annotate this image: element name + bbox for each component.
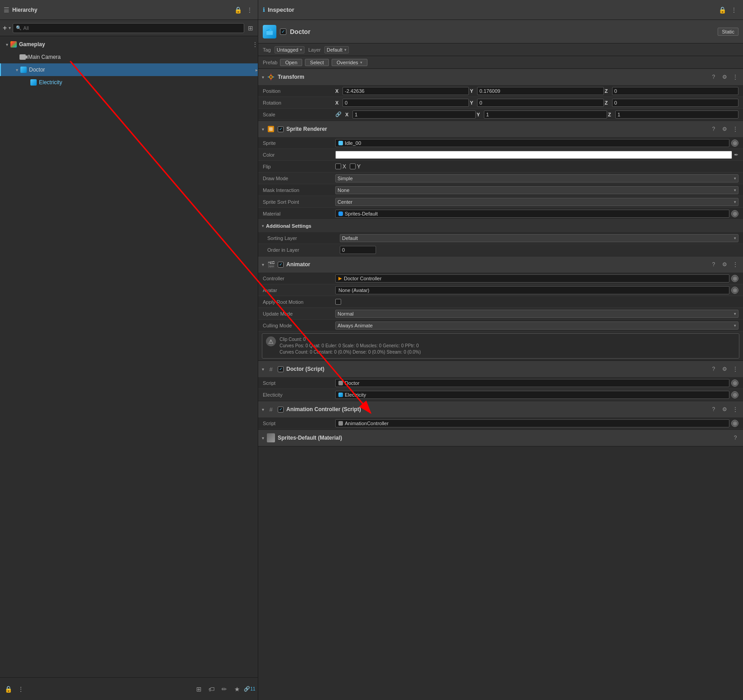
more2-icon[interactable]: ⋮ bbox=[16, 685, 25, 694]
mask-interaction-dropdown[interactable]: None ▾ bbox=[335, 186, 738, 194]
expand-arrow-doctor[interactable]: ▾ bbox=[14, 67, 20, 73]
doctor-script-expand-arrow[interactable]: ▾ bbox=[262, 367, 264, 372]
object-active-checkbox[interactable]: ✓ bbox=[280, 29, 286, 35]
flip-x-checkbox[interactable] bbox=[335, 163, 341, 169]
animator-help-icon[interactable]: ? bbox=[709, 260, 718, 268]
pos-y-input[interactable] bbox=[477, 87, 603, 95]
sprites-help-icon[interactable]: ? bbox=[731, 434, 739, 442]
sprite-renderer-checkbox[interactable]: ✓ bbox=[278, 126, 284, 132]
star-icon[interactable]: ★ bbox=[232, 685, 241, 694]
transform-settings-icon[interactable]: ⚙ bbox=[720, 73, 729, 81]
add-icon[interactable]: + bbox=[3, 24, 7, 32]
more-icon[interactable]: ⋮ bbox=[245, 5, 254, 14]
link-icon[interactable]: 🔗11 bbox=[245, 685, 254, 694]
anim-controller-expand-arrow[interactable]: ▾ bbox=[262, 407, 264, 412]
scale-y-input[interactable] bbox=[484, 110, 607, 119]
scale-z-input[interactable] bbox=[615, 110, 738, 119]
prefab-open-button[interactable]: Open bbox=[280, 59, 302, 66]
lock-scale-icon[interactable]: 🔗 bbox=[335, 111, 342, 117]
animator-expand-arrow[interactable]: ▾ bbox=[262, 262, 264, 267]
draw-mode-dropdown[interactable]: Simple ▾ bbox=[335, 174, 738, 182]
tree-item-doctor[interactable]: ▾ Doctor ▸ bbox=[0, 63, 258, 76]
sprite-renderer-header[interactable]: ▾ ✓ Sprite Renderer ? ⚙ ⋮ bbox=[258, 121, 743, 137]
static-button[interactable]: Static bbox=[718, 28, 738, 36]
sprite-help-icon[interactable]: ? bbox=[709, 125, 718, 133]
anim-more-icon[interactable]: ⋮ bbox=[731, 405, 739, 413]
tag2-icon[interactable]: 🏷 bbox=[207, 685, 216, 694]
doctor-script-picker-button[interactable]: ◎ bbox=[731, 379, 738, 387]
sprite-sort-dropdown[interactable]: Center ▾ bbox=[335, 198, 738, 206]
doctor-script-help-icon[interactable]: ? bbox=[709, 365, 718, 373]
animator-settings-icon[interactable]: ⚙ bbox=[720, 260, 729, 268]
controller-picker-button[interactable]: ◎ bbox=[731, 275, 738, 282]
transform-expand-arrow[interactable]: ▾ bbox=[262, 75, 264, 80]
scene-view-icon[interactable]: ⊞ bbox=[246, 24, 255, 33]
tree-item-main-camera[interactable]: ▸ Main Camera bbox=[0, 51, 258, 63]
anim-controller-checkbox[interactable]: ✓ bbox=[278, 407, 284, 412]
material-picker-button[interactable]: ◎ bbox=[731, 210, 738, 217]
expand-doctor-icon[interactable]: ▸ bbox=[256, 67, 258, 72]
apply-root-motion-checkbox[interactable] bbox=[335, 299, 341, 305]
electicity-picker-button[interactable]: ◎ bbox=[731, 391, 738, 398]
anim-controller-asset-field[interactable]: AnimationController bbox=[335, 419, 729, 427]
paint-icon[interactable]: ✏ bbox=[220, 685, 229, 694]
controller-asset-field[interactable]: ▶ Doctor Controller bbox=[335, 274, 729, 283]
update-mode-dropdown[interactable]: Normal ▾ bbox=[335, 310, 738, 318]
anim-settings-icon[interactable]: ⚙ bbox=[720, 405, 729, 413]
expand2-icon[interactable]: ⊞ bbox=[194, 685, 203, 694]
avatar-asset-field[interactable]: None (Avatar) bbox=[335, 286, 729, 294]
doctor-script-more-icon[interactable]: ⋮ bbox=[731, 365, 739, 373]
transform-help-icon[interactable]: ? bbox=[709, 73, 718, 81]
anim-help-icon[interactable]: ? bbox=[709, 405, 718, 413]
flip-y-checkbox[interactable] bbox=[350, 163, 356, 169]
sprite-picker-button[interactable]: ◎ bbox=[731, 139, 738, 147]
doctor-script-asset-field[interactable]: Doctor bbox=[335, 379, 729, 387]
rot-x-input[interactable] bbox=[343, 99, 469, 107]
additional-settings-arrow[interactable]: ▾ bbox=[262, 224, 264, 228]
more-inspector-icon[interactable]: ⋮ bbox=[729, 5, 738, 14]
sprite-expand-arrow[interactable]: ▾ bbox=[262, 127, 264, 132]
doctor-script-checkbox[interactable]: ✓ bbox=[278, 366, 284, 372]
prefab-select-button[interactable]: Select bbox=[305, 59, 329, 66]
transform-more-icon[interactable]: ⋮ bbox=[731, 73, 739, 81]
add-dropdown-icon[interactable]: ▾ bbox=[9, 25, 11, 30]
prefab-overrides-button[interactable]: Overrides▾ bbox=[332, 59, 367, 66]
lock-inspector-icon[interactable]: 🔒 bbox=[718, 5, 727, 14]
scale-x-input[interactable] bbox=[352, 110, 476, 119]
animator-header[interactable]: ▾ 🎬 ✓ Animator ? ⚙ ⋮ bbox=[258, 256, 743, 273]
transform-header[interactable]: ▾ Transform ? ⚙ ⋮ bbox=[258, 69, 743, 85]
lock2-icon[interactable]: 🔒 bbox=[4, 685, 13, 694]
more-gameplay-icon[interactable]: ⋮ bbox=[252, 41, 258, 48]
electicity-asset-field[interactable]: Electricity bbox=[335, 391, 729, 399]
sprite-asset-field[interactable]: Idle_00 bbox=[335, 139, 729, 147]
doctor-script-header[interactable]: ▾ # ✓ Doctor (Script) ? ⚙ ⋮ bbox=[258, 361, 743, 377]
doctor-script-settings-icon[interactable]: ⚙ bbox=[720, 365, 729, 373]
color-swatch[interactable] bbox=[335, 151, 732, 159]
search-input[interactable] bbox=[23, 25, 241, 31]
rot-y-input[interactable] bbox=[477, 99, 603, 107]
sprite-more-icon[interactable]: ⋮ bbox=[731, 125, 739, 133]
avatar-picker-button[interactable]: ◎ bbox=[731, 287, 738, 294]
eyedropper-icon[interactable]: ✒ bbox=[734, 152, 738, 158]
tag-dropdown[interactable]: Untagged ▾ bbox=[275, 46, 305, 53]
additional-settings-header[interactable]: ▾ Additional Settings bbox=[258, 220, 743, 232]
animator-checkbox[interactable]: ✓ bbox=[278, 262, 284, 268]
expand-arrow-gameplay[interactable]: ▾ bbox=[4, 41, 10, 48]
animator-more-icon[interactable]: ⋮ bbox=[731, 260, 739, 268]
culling-mode-dropdown[interactable]: Always Animate ▾ bbox=[335, 321, 738, 330]
sorting-layer-dropdown[interactable]: Default ▾ bbox=[340, 234, 738, 242]
tree-item-electricity[interactable]: ▸ Electricity bbox=[0, 76, 258, 89]
sprite-settings-icon[interactable]: ⚙ bbox=[720, 125, 729, 133]
lock-icon[interactable]: 🔒 bbox=[233, 5, 242, 14]
pos-x-input[interactable] bbox=[343, 87, 469, 95]
sprites-expand-arrow[interactable]: ▾ bbox=[262, 436, 264, 441]
pos-z-input[interactable] bbox=[612, 87, 738, 95]
rot-z-input[interactable] bbox=[612, 99, 738, 107]
anim-controller-picker-button[interactable]: ◎ bbox=[731, 420, 738, 427]
tree-item-gameplay[interactable]: ▾ Gameplay ⋮ bbox=[0, 38, 258, 51]
sprites-default-header[interactable]: ▾ Sprites-Default (Material) ? bbox=[258, 430, 743, 446]
order-layer-input[interactable] bbox=[340, 246, 376, 254]
animation-controller-header[interactable]: ▾ # ✓ Animation Controller (Script) ? ⚙ … bbox=[258, 401, 743, 417]
material-asset-field[interactable]: Sprites-Default bbox=[335, 210, 729, 218]
layer-dropdown[interactable]: Default ▾ bbox=[324, 46, 349, 53]
